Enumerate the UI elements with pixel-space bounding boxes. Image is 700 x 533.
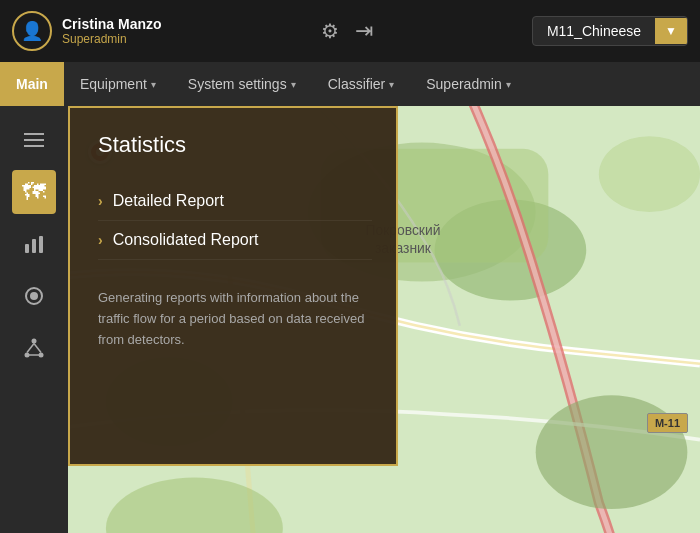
nav-label-main: Main [16, 76, 48, 92]
sidebar-item-record[interactable] [12, 274, 56, 318]
sidebar-item-network[interactable] [12, 326, 56, 370]
menu-icon [24, 133, 44, 147]
user-text-block: Cristina Manzo Superadmin [62, 16, 162, 46]
nav-item-equipment[interactable]: Equipment ▾ [64, 62, 172, 106]
nav-label-classifier: Classifier [328, 76, 386, 92]
statistics-panel: Statistics › Detailed Report › Consolida… [68, 106, 398, 466]
chevron-down-icon: ▾ [506, 79, 511, 90]
consolidated-report-item[interactable]: › Consolidated Report [98, 221, 372, 260]
chevron-down-icon: ▾ [151, 79, 156, 90]
nav-bar: Main Equipment ▾ System settings ▾ Class… [0, 62, 700, 106]
consolidated-report-label: Consolidated Report [113, 231, 259, 249]
bar-chart-icon [22, 232, 46, 256]
svg-point-5 [32, 339, 37, 344]
svg-line-9 [34, 344, 41, 353]
sidebar-item-chart[interactable] [12, 222, 56, 266]
svg-line-8 [27, 344, 34, 353]
user-name: Cristina Manzo [62, 16, 162, 32]
nav-item-system-settings[interactable]: System settings ▾ [172, 62, 312, 106]
chevron-right-icon: › [98, 232, 103, 248]
nav-label-superadmin: Superadmin [426, 76, 502, 92]
dropdown-arrow-icon[interactable]: ▼ [655, 18, 687, 44]
top-icons: ⚙ ⇥ [321, 18, 373, 44]
nav-item-classifier[interactable]: Classifier ▾ [312, 62, 411, 106]
detailed-report-label: Detailed Report [113, 192, 224, 210]
svg-point-18 [599, 136, 700, 212]
sidebar-item-menu[interactable] [12, 118, 56, 162]
chevron-right-icon: › [98, 193, 103, 209]
svg-rect-2 [39, 236, 43, 253]
server-dropdown[interactable]: M11_Chineese ▼ [532, 16, 688, 46]
avatar: 👤 [12, 11, 52, 51]
road-badge: M-11 [647, 413, 688, 433]
top-bar: 👤 Cristina Manzo Superadmin ⚙ ⇥ M11_Chin… [0, 0, 700, 62]
network-icon [22, 336, 46, 360]
chevron-down-icon: ▾ [389, 79, 394, 90]
svg-rect-1 [32, 239, 36, 253]
sidebar-item-map[interactable]: 🗺 [12, 170, 56, 214]
map-icon: 🗺 [22, 178, 46, 206]
svg-point-4 [30, 292, 38, 300]
nav-label-system-settings: System settings [188, 76, 287, 92]
main-content: 🗺 Statist [0, 106, 700, 533]
logout-icon[interactable]: ⇥ [355, 18, 373, 44]
avatar-icon: 👤 [21, 20, 43, 42]
detailed-report-item[interactable]: › Detailed Report [98, 182, 372, 221]
settings-icon[interactable]: ⚙ [321, 19, 339, 43]
record-icon [22, 284, 46, 308]
nav-item-superadmin[interactable]: Superadmin ▾ [410, 62, 527, 106]
chevron-down-icon: ▾ [291, 79, 296, 90]
nav-label-equipment: Equipment [80, 76, 147, 92]
nav-item-main[interactable]: Main [0, 62, 64, 106]
dropdown-value: M11_Chineese [533, 17, 655, 45]
popup-description: Generating reports with information abou… [98, 288, 372, 350]
left-sidebar: 🗺 [0, 106, 68, 533]
statistics-title: Statistics [98, 132, 372, 158]
svg-rect-0 [25, 244, 29, 253]
user-info: 👤 Cristina Manzo Superadmin [12, 11, 162, 51]
user-role: Superadmin [62, 32, 162, 46]
